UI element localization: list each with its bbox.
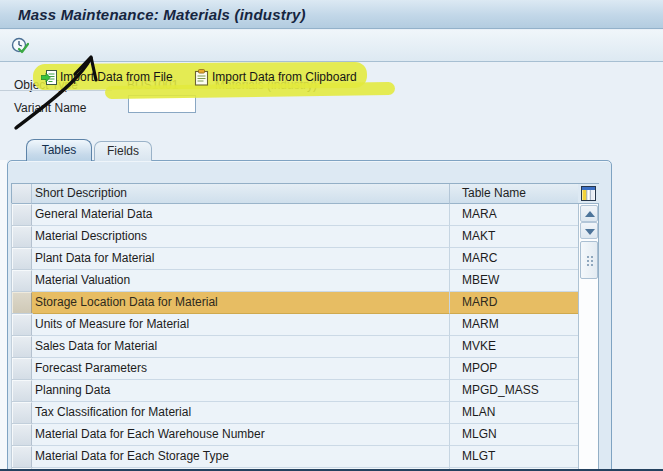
row-short-description: Planning Data: [32, 380, 450, 402]
table-row[interactable]: Storage Location Data for MaterialMARD: [12, 292, 578, 314]
row-short-description: Material Valuation: [32, 270, 450, 292]
row-table-name: MARA: [450, 204, 578, 226]
import-data-from-file-button[interactable]: Import Data from File: [41, 67, 173, 87]
row-table-name: MLGT: [450, 446, 578, 468]
import-file-label: Import Data from File: [60, 67, 173, 87]
table-row[interactable]: Material Data for Each Storage TypeMLGT: [12, 446, 578, 468]
row-table-name: MPGD_MASS: [450, 380, 578, 402]
row-select-button[interactable]: [12, 270, 32, 292]
row-table-name: MBEW: [450, 270, 578, 292]
scrollbar-thumb[interactable]: [580, 241, 598, 279]
sap-window: Mass Maintenance: Materials (industry) I…: [0, 0, 663, 471]
tab-tables-label: Tables: [42, 143, 77, 157]
table-row[interactable]: Material Data for Each Warehouse NumberM…: [12, 424, 578, 446]
row-table-name: MLGN: [450, 424, 578, 446]
table-row[interactable]: Plant Data for MaterialMARC: [12, 248, 578, 270]
row-select-button[interactable]: [12, 248, 32, 270]
select-all-header-cell[interactable]: [12, 184, 32, 204]
row-select-button[interactable]: [12, 424, 32, 446]
row-short-description: Tax Classification for Material: [32, 402, 450, 424]
import-file-icon: [41, 69, 58, 86]
table-row[interactable]: Sales Data for MaterialMVKE: [12, 336, 578, 358]
row-table-name: MARM: [450, 314, 578, 336]
tab-tables[interactable]: Tables: [26, 139, 92, 161]
import-clipboard-label: Import Data from Clipboard: [212, 67, 357, 87]
row-select-button[interactable]: [12, 204, 32, 226]
table-row[interactable]: Material ValuationMBEW: [12, 270, 578, 292]
row-short-description: Material Descriptions: [32, 226, 450, 248]
tab-fields[interactable]: Fields: [94, 141, 152, 161]
panel-right-background: [612, 160, 663, 471]
arrow-down-icon: [585, 229, 595, 235]
table-row[interactable]: Material DescriptionsMAKT: [12, 226, 578, 248]
row-table-name: MVKE: [450, 336, 578, 358]
table-row[interactable]: Planning DataMPGD_MASS: [12, 380, 578, 402]
scroll-up-button[interactable]: [580, 205, 598, 222]
row-select-button[interactable]: [12, 226, 32, 248]
thumb-grip-dots: [586, 255, 594, 267]
import-data-from-clipboard-button[interactable]: Import Data from Clipboard: [193, 67, 357, 87]
clock-check-icon[interactable]: [11, 37, 29, 55]
table-settings-icon[interactable]: [581, 186, 596, 201]
row-short-description: Forecast Parameters: [32, 358, 450, 380]
tab-fields-label: Fields: [107, 144, 139, 158]
row-table-name: MAKT: [450, 226, 578, 248]
arrow-up-icon: [585, 211, 595, 217]
import-clipboard-icon: [193, 69, 210, 86]
row-select-button[interactable]: [12, 446, 32, 468]
row-short-description: Material Data for Each Warehouse Number: [32, 424, 450, 446]
table-row[interactable]: Tax Classification for MaterialMLAN: [12, 402, 578, 424]
row-table-name: MPOP: [450, 358, 578, 380]
row-short-description: Sales Data for Material: [32, 336, 450, 358]
table-name-header[interactable]: Table Name: [450, 184, 578, 204]
row-short-description: Storage Location Data for Material: [32, 292, 450, 314]
scroll-down-button[interactable]: [580, 222, 598, 239]
row-select-button[interactable]: [12, 314, 32, 336]
row-short-description: General Material Data: [32, 204, 450, 226]
row-select-button[interactable]: [12, 358, 32, 380]
table-row[interactable]: Units of Measure for MaterialMARM: [12, 314, 578, 336]
vertical-scrollbar[interactable]: [578, 204, 599, 471]
row-short-description: Material Data for Each Storage Type: [32, 446, 450, 468]
row-select-button[interactable]: [12, 292, 32, 314]
table-row[interactable]: Forecast ParametersMPOP: [12, 358, 578, 380]
table-header-row: Short Description Table Name: [12, 184, 578, 204]
row-table-name: MARC: [450, 248, 578, 270]
row-short-description: Plant Data for Material: [32, 248, 450, 270]
row-select-button[interactable]: [12, 380, 32, 402]
row-short-description: Units of Measure for Material: [32, 314, 450, 336]
short-description-header[interactable]: Short Description: [32, 184, 450, 204]
row-table-name: MARD: [450, 292, 578, 314]
row-table-name: MLAN: [450, 402, 578, 424]
row-select-button[interactable]: [12, 336, 32, 358]
table-row[interactable]: General Material DataMARA: [12, 204, 578, 226]
row-select-button[interactable]: [12, 402, 32, 424]
panel-left-margin: [0, 160, 7, 471]
